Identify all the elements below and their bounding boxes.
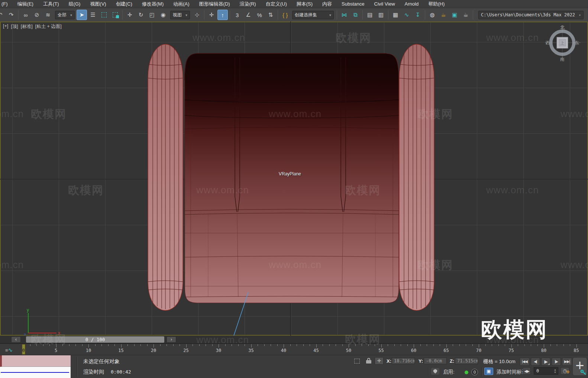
ruler-label: 45 — [313, 348, 319, 353]
frame-spinner[interactable]: ▲▼ — [553, 368, 558, 374]
window-crossing-toggle[interactable] — [110, 10, 120, 20]
viewport-menu-perview[interactable]: [标准] — [21, 23, 33, 30]
next-frame-button[interactable]: |▶ — [552, 358, 561, 366]
notification-icon[interactable]: ◗ — [585, 10, 588, 20]
select-and-place-button[interactable]: ◉ — [158, 10, 168, 20]
toolbar-separator — [18, 10, 19, 20]
adaptive-degradation-icon[interactable] — [431, 368, 439, 375]
trackbar-ruler[interactable]: 0510152025303540455055606570758085 — [0, 344, 588, 355]
add-time-tag-text[interactable]: 添加时间标记 — [497, 369, 527, 375]
armchair-model[interactable] — [0, 22, 588, 336]
viewport-menu-shading[interactable]: [粘土 + 边面] — [35, 23, 62, 30]
use-pivot-center-button[interactable]: ⊹ — [192, 10, 202, 20]
menu-views[interactable]: 视图(V) — [85, 0, 111, 8]
menu-file[interactable]: (F) — [0, 0, 13, 8]
go-to-start-button[interactable]: |◀◀ — [520, 358, 530, 366]
unlink-selection-icon[interactable]: ⊘ — [32, 10, 42, 20]
menu-tools[interactable]: 工具(T) — [38, 0, 64, 8]
select-and-rotate-button[interactable]: ↻ — [136, 10, 146, 20]
next-frame-arrow[interactable]: › — [167, 336, 176, 343]
isolate-selection-icon[interactable] — [354, 359, 360, 364]
rendered-frame-window-button[interactable]: ▣ — [449, 10, 460, 20]
time-slider-track[interactable]: ‹ 0 / 100 › — [0, 336, 588, 343]
snap-toggle-3d-icon[interactable]: 3 — [232, 10, 242, 20]
percent-snap-icon[interactable]: % — [254, 10, 265, 20]
ruler-label: 15 — [118, 348, 123, 353]
toolbar-separator — [337, 10, 337, 20]
time-slider-handle[interactable]: 0 / 100 — [26, 336, 164, 343]
ruler-label: 20 — [151, 348, 156, 353]
select-and-scale-button[interactable]: ◰ — [147, 10, 157, 20]
set-key-button[interactable]: + — [572, 357, 587, 376]
time-configuration-button[interactable]: ◷⚙ — [560, 367, 569, 375]
ribbon-toggle-button[interactable]: ▦ — [390, 10, 401, 20]
menu-edit[interactable]: 编辑(E) — [13, 0, 38, 8]
keyboard-override-toggle[interactable]: ↑ — [217, 10, 228, 20]
edit-named-selection-sets-button[interactable]: { } — [280, 10, 290, 20]
curve-editor-button[interactable]: ∿ — [401, 10, 412, 20]
select-and-move-button[interactable]: ✛ — [125, 10, 135, 20]
menu-arnold[interactable]: Arnold — [400, 0, 424, 8]
viewport-menu-pov[interactable]: [顶] — [11, 23, 18, 30]
named-selection-sets-dropdown[interactable]: 创建选择集 — [292, 11, 334, 19]
viewport-top[interactable]: [+] [顶] [标准] [粘土 + 边面] VRayPlane 上 北 南 西… — [0, 22, 588, 336]
mirror-button[interactable]: ⋈ — [339, 10, 349, 20]
select-by-name-button[interactable]: ☰ — [88, 10, 98, 20]
play-button[interactable]: ▶ — [541, 358, 550, 366]
zero-badge[interactable]: 0 — [471, 369, 478, 375]
select-and-manipulate-button[interactable]: ✛ — [206, 10, 217, 20]
material-editor-button[interactable]: ◍ — [427, 10, 437, 20]
render-setup-button[interactable]: ☕ — [438, 10, 449, 20]
menu-animation[interactable]: 动画(A) — [168, 0, 194, 8]
menu-help[interactable]: 帮助(H) — [423, 0, 449, 8]
viewport-menu-general[interactable]: [+] — [3, 23, 8, 30]
previous-frame-button[interactable]: ◀| — [531, 358, 540, 366]
menu-graph-editors[interactable]: 图形编辑器(D) — [194, 0, 235, 8]
menu-modifiers[interactable]: 修改器(M) — [137, 0, 169, 8]
project-folder-dropdown[interactable]: C:\Users\Han\Documents\3ds Max 2022 — [478, 11, 584, 19]
maxscript-mini-listener[interactable] — [0, 355, 71, 378]
toggle-scene-explorer-button[interactable]: ▤ — [365, 10, 375, 20]
ruler-tick — [290, 344, 291, 346]
toggle-layer-explorer-button[interactable]: ▥ — [376, 10, 386, 20]
spinner-snap-icon[interactable]: ⇅ — [265, 10, 276, 20]
render-production-button[interactable]: ☕ — [461, 10, 471, 20]
ruler-tick — [524, 344, 525, 346]
select-and-link-icon[interactable]: ∞ — [20, 10, 31, 20]
menu-group[interactable]: 组(G) — [64, 0, 85, 8]
menu-scripting[interactable]: 脚本(S) — [292, 0, 317, 8]
bind-to-spacewarp-icon[interactable]: ≋ — [43, 10, 53, 20]
viewcube[interactable]: 上 北 南 西 东 — [545, 25, 581, 62]
previous-frame-arrow[interactable]: ‹ — [11, 336, 21, 343]
coord-x-field[interactable]: 18.716cm — [392, 358, 415, 364]
align-button[interactable]: ⧉ — [350, 10, 361, 20]
select-object-button[interactable]: ➤ — [77, 10, 87, 20]
go-to-end-button[interactable]: ▶▶| — [562, 358, 572, 366]
redo-icon[interactable]: ↷ — [6, 10, 16, 20]
listener-field[interactable] — [0, 367, 71, 378]
undo-icon[interactable]: ↶ — [0, 10, 5, 20]
menu-customize[interactable]: 自定义(U) — [261, 0, 292, 8]
menu-content[interactable]: 内容 — [317, 0, 337, 8]
coord-y-field[interactable]: -0.0cm — [424, 358, 447, 364]
selection-lock-icon[interactable] — [366, 358, 371, 364]
macro-recorder-field[interactable] — [0, 355, 71, 367]
selection-filter-dropdown[interactable]: 全部 — [55, 11, 75, 19]
menu-rendering[interactable]: 渲染(R) — [235, 0, 261, 8]
ruler-tick — [407, 344, 408, 346]
ruler-tick — [277, 344, 278, 346]
absolute-mode-toggle[interactable]: ✛ — [375, 357, 384, 365]
key-mode-toggle[interactable]: ◀▶ — [523, 367, 531, 375]
schematic-view-button[interactable]: ↧ — [413, 10, 423, 20]
angle-snap-icon[interactable]: ∠ — [243, 10, 253, 20]
menu-create[interactable]: 创建(C) — [111, 0, 137, 8]
object-name-label[interactable]: VRayPlane — [279, 171, 301, 177]
time-tag-cube-icon[interactable]: ▣ — [484, 368, 493, 375]
menu-substance[interactable]: Substance — [337, 0, 369, 8]
ruler-tick — [160, 344, 161, 346]
coord-z-field[interactable]: 71.515cm — [455, 358, 478, 364]
reference-coordinate-dropdown[interactable]: 视图 — [170, 11, 190, 19]
track-bar[interactable]: ≡∿ 0510152025303540455055606570758085 — [0, 343, 588, 355]
menu-civil-view[interactable]: Civil View — [369, 0, 400, 8]
rect-selection-region-button[interactable] — [99, 10, 109, 20]
